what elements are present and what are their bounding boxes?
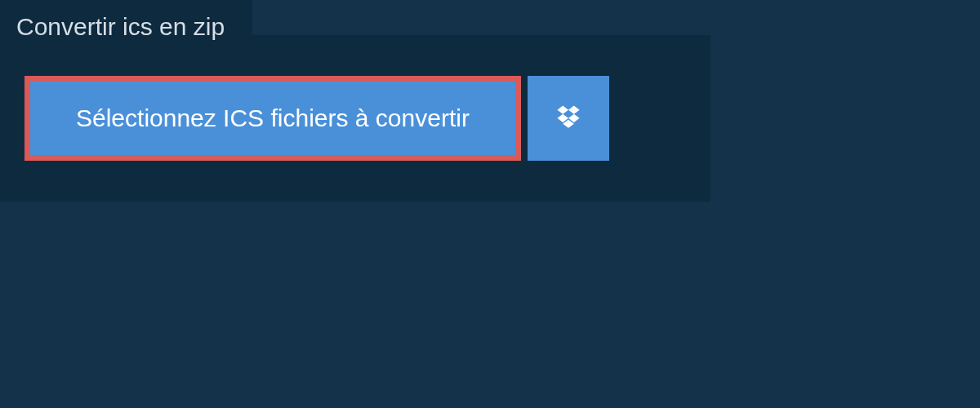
dropbox-icon	[555, 104, 582, 134]
panel-content: Sélectionnez ICS fichiers à convertir	[0, 35, 710, 202]
tab-title: Convertir ics en zip	[16, 13, 225, 40]
converter-panel: Convertir ics en zip Sélectionnez ICS fi…	[0, 35, 710, 202]
tab-convert[interactable]: Convertir ics en zip	[0, 0, 252, 54]
select-highlight-border: Sélectionnez ICS fichiers à convertir	[24, 76, 521, 161]
dropbox-button[interactable]	[528, 76, 609, 161]
select-files-button[interactable]: Sélectionnez ICS fichiers à convertir	[30, 82, 515, 155]
select-files-label: Sélectionnez ICS fichiers à convertir	[76, 104, 470, 131]
